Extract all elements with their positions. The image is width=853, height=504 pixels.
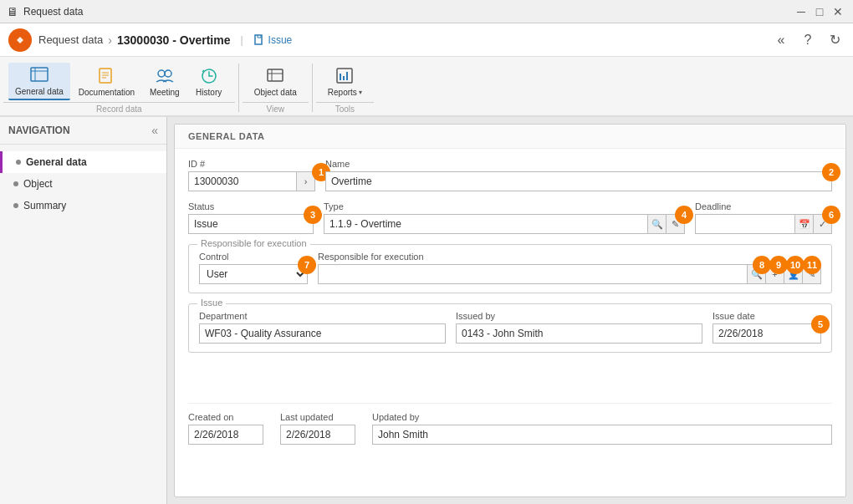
record-data-section-label: Record data (3, 102, 235, 115)
last-updated-input (280, 425, 355, 445)
sidebar-item-dot (13, 181, 18, 186)
sidebar-item-general-data[interactable]: General data (0, 151, 166, 173)
responsible-exec-input[interactable] (318, 264, 748, 284)
id-field: ID # › 1 (188, 159, 315, 191)
maximize-button[interactable]: □ (811, 3, 828, 20)
last-updated-field: Last updated (280, 412, 355, 445)
sidebar-header: NAVIGATION « (0, 117, 166, 145)
name-input[interactable] (325, 171, 832, 191)
type-field: Type 🔍 ✎ 4 (324, 201, 685, 234)
status-input[interactable] (188, 214, 314, 234)
sidebar-title: NAVIGATION (8, 125, 70, 136)
history-icon (199, 66, 219, 86)
window-title: Request data (23, 6, 83, 18)
documentation-icon (96, 66, 116, 86)
meeting-label: Meeting (150, 88, 180, 97)
name-badge: 2 (822, 163, 840, 181)
history-label: History (196, 88, 222, 97)
deadline-label: Deadline (695, 201, 832, 211)
sidebar-item-label: General data (26, 156, 87, 168)
created-on-field: Created on (188, 412, 263, 445)
help-button[interactable]: ? (798, 30, 818, 50)
general-data-icon (29, 65, 49, 85)
separator: | (240, 34, 243, 46)
issue-label: Issue (268, 34, 293, 46)
header-actions: « ? ↻ (771, 30, 845, 50)
type-badge: 4 (675, 206, 693, 224)
type-search-button[interactable]: 🔍 (648, 214, 667, 234)
svg-rect-15 (337, 69, 352, 83)
name-label: Name (325, 159, 832, 169)
reports-icon (335, 66, 355, 86)
content-body: ID # › 1 Name 2 (175, 149, 845, 455)
last-updated-label: Last updated (280, 412, 355, 422)
control-label: Control (199, 252, 308, 262)
name-field: Name 2 (325, 159, 832, 191)
sidebar: NAVIGATION « General data Object Summary (0, 117, 167, 504)
status-type-deadline-row: Status 3 Type 🔍 ✎ 4 Deadl (188, 201, 832, 234)
issue-icon (253, 34, 265, 46)
toolbar-view-section: Object data View (243, 60, 309, 115)
issue-date-input[interactable] (713, 323, 821, 344)
content-area: GENERAL DATA ID # › 1 Name 2 (174, 124, 846, 497)
section-header: GENERAL DATA (175, 125, 845, 149)
meeting-button[interactable]: Meeting (143, 64, 186, 99)
general-data-button[interactable]: General data (8, 63, 70, 100)
responsible-exec-field: Responsible for execution 🔍 + 👤 ✎ 8 9 10… (318, 252, 821, 284)
sidebar-item-object[interactable]: Object (0, 173, 166, 195)
issue-section: Issue Department Issued by Issue date (188, 303, 832, 353)
view-section-label: View (243, 102, 309, 115)
responsible-row: Control User Group Department 7 Responsi… (199, 252, 821, 284)
issue-date-badge: 5 (811, 315, 830, 333)
issue-link[interactable]: Issue (253, 34, 293, 46)
collapse-header-button[interactable]: « (771, 30, 791, 50)
issued-by-field: Issued by (456, 311, 702, 344)
resp-badge-11: 11 (803, 256, 821, 274)
sidebar-item-dot (13, 203, 18, 208)
toolbar: General data Documentation (0, 57, 853, 117)
object-data-icon (265, 66, 285, 86)
resp-badge-8: 8 (753, 256, 771, 274)
control-select[interactable]: User Group Department (199, 264, 308, 284)
updated-by-label: Updated by (372, 412, 832, 422)
documentation-button[interactable]: Documentation (72, 64, 141, 99)
type-input[interactable] (324, 214, 648, 234)
status-badge: 3 (304, 206, 322, 224)
app-header: Request data › 13000030 - Overtime | Iss… (0, 23, 853, 57)
breadcrumb: Request data › 13000030 - Overtime | Iss… (38, 33, 764, 47)
responsible-section: Responsible for execution Control User G… (188, 244, 832, 293)
status-label: Status (188, 201, 314, 211)
sidebar-collapse-button[interactable]: « (151, 124, 158, 137)
issued-by-input[interactable] (456, 323, 702, 344)
issue-date-field: Issue date 5 (713, 311, 821, 344)
history-button[interactable]: History (188, 64, 230, 99)
general-data-label: General data (15, 87, 64, 96)
title-bar: 🖥 Request data ─ □ ✕ (0, 0, 853, 23)
created-on-label: Created on (188, 412, 263, 422)
documentation-label: Documentation (79, 88, 135, 97)
svg-point-10 (165, 70, 171, 77)
refresh-button[interactable]: ↻ (825, 30, 845, 50)
object-data-label: Object data (254, 88, 297, 97)
type-label: Type (324, 201, 685, 211)
deadline-calendar-button[interactable]: 📅 (795, 214, 814, 234)
close-button[interactable]: ✕ (830, 3, 846, 20)
toolbar-divider-2 (312, 64, 313, 112)
responsible-exec-label: Responsible for execution (318, 252, 821, 262)
id-input[interactable] (188, 171, 297, 191)
app-name: Request data (38, 33, 103, 46)
issue-row: Department Issued by Issue date 5 (199, 311, 821, 344)
app-logo (8, 28, 32, 52)
sidebar-item-summary[interactable]: Summary (0, 195, 166, 216)
dept-input[interactable] (199, 323, 446, 344)
sidebar-item-dot (16, 160, 21, 165)
object-data-button[interactable]: Object data (248, 64, 304, 99)
minimize-button[interactable]: ─ (793, 3, 810, 20)
issue-section-title: Issue (197, 298, 226, 308)
deadline-input[interactable] (695, 214, 795, 234)
reports-label: Reports (328, 88, 357, 97)
dept-field: Department (199, 311, 446, 344)
reports-button[interactable]: Reports ▾ (321, 64, 369, 99)
current-record: 13000030 - Overtime (117, 33, 230, 47)
responsible-section-title: Responsible for execution (197, 238, 310, 248)
